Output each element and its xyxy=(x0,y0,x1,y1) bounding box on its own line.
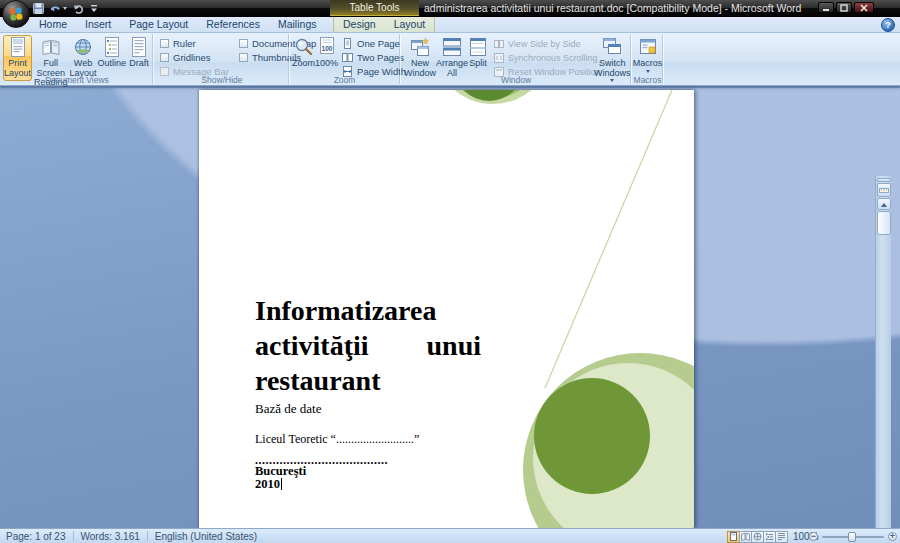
redo-button[interactable] xyxy=(73,4,84,14)
full-screen-reading-icon xyxy=(41,37,61,57)
help-button[interactable]: ? xyxy=(881,18,895,32)
scrollbar-thumb[interactable] xyxy=(877,211,891,235)
document-subtitle[interactable]: Bază de date xyxy=(255,401,321,417)
split-label: Split xyxy=(469,59,487,69)
document-page[interactable]: Informatizarea activităţii unui restaura… xyxy=(199,90,694,528)
restore-icon xyxy=(840,4,848,12)
group-show-hide: Ruler Gridlines Message Bar Document Map xyxy=(156,34,289,84)
ruler-label: Ruler xyxy=(173,38,196,49)
document-workspace: Informatizarea activităţii unui restaura… xyxy=(0,88,900,528)
ruler-checkbox[interactable]: Ruler xyxy=(160,38,229,49)
synchronous-scrolling-icon xyxy=(494,53,504,63)
restore-button[interactable] xyxy=(836,2,852,13)
status-outline-icon xyxy=(765,532,774,541)
arrange-all-icon xyxy=(442,37,462,57)
outline-label: Outline xyxy=(98,59,127,69)
tab-home[interactable]: Home xyxy=(30,17,76,32)
undo-dropdown-caret-icon xyxy=(63,7,67,12)
text-cursor xyxy=(281,478,282,490)
page-indicator[interactable]: Page: 1 of 23 xyxy=(6,531,66,542)
macros-label: Macros xyxy=(633,59,663,69)
two-pages-label: Two Pages xyxy=(357,52,404,63)
window-title: administrarea activitatii unui restauran… xyxy=(424,2,801,15)
zoom-in-button[interactable]: + xyxy=(888,532,897,541)
draft-icon xyxy=(130,37,148,57)
close-button[interactable] xyxy=(854,2,874,13)
gridlines-checkbox[interactable]: Gridlines xyxy=(160,52,229,63)
synchronous-scrolling-button: Synchronous Scrolling xyxy=(494,52,594,63)
group-label-window: Window xyxy=(402,75,630,85)
web-layout-icon xyxy=(73,37,93,57)
school-line[interactable]: Liceul Teoretic “.......................… xyxy=(255,432,419,447)
group-label-zoom: Zoom xyxy=(290,75,399,85)
tab-insert[interactable]: Insert xyxy=(76,17,120,32)
scroll-up-button[interactable] xyxy=(877,198,891,210)
macros-caret-icon xyxy=(646,70,650,75)
view-side-by-side-button: View Side by Side xyxy=(494,38,594,49)
word-count[interactable]: Words: 3.161 xyxy=(81,531,140,542)
scroll-up-arrow-icon xyxy=(881,200,887,207)
ruler-toggle-button[interactable] xyxy=(877,183,891,197)
year-line[interactable]: 2010 xyxy=(255,477,282,492)
quick-access-toolbar xyxy=(33,2,98,15)
two-pages-button[interactable]: Two Pages xyxy=(342,52,406,63)
group-window: New Window Arrange All Split xyxy=(402,34,631,84)
title-bar: Table Tools administrarea activitatii un… xyxy=(0,0,900,17)
document-title[interactable]: Informatizarea activităţii unui restaura… xyxy=(255,293,481,398)
ribbon-view-tab-panel: Print Layout Full Screen Reading xyxy=(0,32,900,86)
minimize-icon xyxy=(822,4,830,12)
customize-qat-icon xyxy=(90,4,98,13)
close-icon xyxy=(860,4,868,12)
ribbon-tab-strip: Home Insert Page Layout References Maili… xyxy=(0,17,900,32)
two-pages-icon xyxy=(342,52,353,63)
status-bar: Page: 1 of 23 Words: 3.161 English (Unit… xyxy=(0,528,900,543)
view-shortcuts xyxy=(728,531,788,543)
group-label-show-hide: Show/Hide xyxy=(156,75,288,85)
group-macros: Macros Macros xyxy=(633,34,663,84)
redo-icon xyxy=(73,4,84,14)
tab-layout[interactable]: Layout xyxy=(385,17,435,32)
zoom-magnifier-icon xyxy=(294,37,314,57)
save-button[interactable] xyxy=(33,3,44,14)
tab-references[interactable]: References xyxy=(197,17,269,32)
view-side-by-side-label: View Side by Side xyxy=(508,39,580,49)
status-separator xyxy=(73,531,74,541)
save-icon xyxy=(33,3,44,14)
status-draft-button[interactable] xyxy=(775,531,788,543)
svg-text:100: 100 xyxy=(321,45,332,52)
split-handle[interactable] xyxy=(877,178,891,182)
minimize-button[interactable] xyxy=(818,2,834,13)
zoom-100-label: 100% xyxy=(315,59,338,69)
customize-qat-button[interactable] xyxy=(90,4,98,13)
zoom-label: Zoom xyxy=(292,59,315,69)
group-document-views: Print Layout Full Screen Reading xyxy=(2,34,153,84)
status-draft-icon xyxy=(777,532,786,541)
decoration-circle-inner xyxy=(534,378,650,494)
gridlines-label: Gridlines xyxy=(173,52,211,63)
one-page-label: One Page xyxy=(357,38,400,49)
synchronous-scrolling-label: Synchronous Scrolling xyxy=(508,53,598,63)
split-icon xyxy=(468,37,488,57)
group-zoom: Zoom 100 100% One Page xyxy=(290,34,400,84)
switch-windows-icon xyxy=(601,37,623,57)
language-indicator[interactable]: English (United States) xyxy=(155,531,257,542)
undo-icon xyxy=(50,4,62,14)
zoom-slider-thumb[interactable] xyxy=(848,532,856,542)
outline-icon xyxy=(103,37,121,57)
tab-mailings[interactable]: Mailings xyxy=(269,17,326,32)
view-side-by-side-icon xyxy=(494,39,504,49)
tab-design[interactable]: Design xyxy=(334,17,385,32)
vertical-scrollbar[interactable] xyxy=(875,176,891,543)
one-page-button[interactable]: One Page xyxy=(342,38,406,49)
tab-page-layout[interactable]: Page Layout xyxy=(120,17,197,32)
office-button[interactable] xyxy=(2,0,30,28)
group-label-macros: Macros xyxy=(633,75,662,85)
undo-button[interactable] xyxy=(50,4,67,14)
ruler-checkbox-box xyxy=(160,39,169,48)
status-full-screen-icon xyxy=(741,532,750,541)
print-layout-icon xyxy=(9,37,27,57)
zoom-out-button[interactable]: − xyxy=(809,532,818,541)
zoom-100-icon: 100 xyxy=(318,37,336,57)
word-window: Table Tools administrarea activitatii un… xyxy=(0,0,900,543)
status-separator xyxy=(147,531,148,541)
